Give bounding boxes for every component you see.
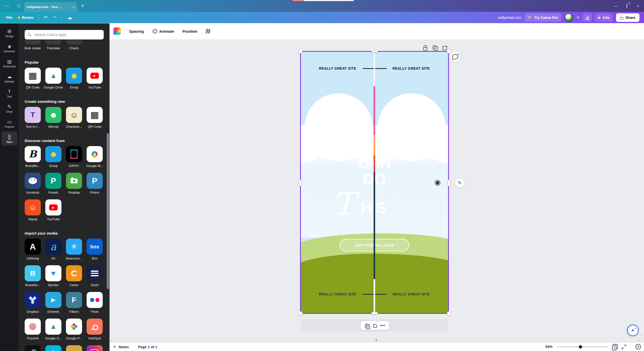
- app-tile-translate[interactable]: Translate: [45, 40, 61, 50]
- canva-assistant-button[interactable]: ✦✦✦: [627, 324, 639, 336]
- resize-handle-top[interactable]: [371, 50, 378, 53]
- scroll-left-icon[interactable]: ◂: [111, 339, 112, 342]
- rotate-button[interactable]: ↻: [455, 178, 464, 187]
- sidebar-item-uploads[interactable]: ☁Uploads: [2, 71, 17, 85]
- app-tile-emoji[interactable]: ☻Emoji: [66, 68, 82, 89]
- resize-handle-right[interactable]: [448, 180, 450, 186]
- sidebar-item-projects[interactable]: ▭Projects: [2, 116, 17, 130]
- app-tile-partial[interactable]: [45, 345, 61, 351]
- app-tile-iconduck[interactable]: Iconduck: [25, 173, 41, 194]
- scroll-down-icon[interactable]: ▾: [641, 334, 643, 337]
- duplicate-page-button[interactable]: +: [432, 45, 438, 51]
- app-tile-qr-code[interactable]: ▦QR Code: [25, 68, 41, 89]
- app-tile-stipop[interactable]: ☺Stipop: [25, 199, 41, 221]
- resize-handle-bottom-left[interactable]: [298, 311, 303, 316]
- add-page-button[interactable]: +: [442, 45, 448, 51]
- duplicate-button[interactable]: +: [365, 323, 369, 328]
- caption-text[interactable]: REALLY GREAT SITE: [307, 66, 368, 70]
- try-canva-pro-button[interactable]: ♛ Try Canva Pro: [525, 13, 561, 22]
- resize-handle-left[interactable]: [299, 180, 302, 186]
- app-tile-google-drive[interactable]: ▲Google Drive: [45, 68, 61, 89]
- app-tile-bitmoji[interactable]: ☻Bitmoji: [45, 107, 61, 128]
- canvas-area[interactable]: REALLY GREAT SITE REALLY GREAT SITE YOU …: [110, 39, 640, 338]
- app-tile-partial[interactable]: &: [25, 345, 41, 351]
- app-tile-brandfet[interactable]: BBrandfet...: [25, 146, 41, 168]
- avatar[interactable]: [564, 13, 573, 22]
- app-tile-google-m[interactable]: Google M...: [87, 146, 103, 168]
- app-tile-youtube[interactable]: ▶YouTube: [87, 68, 103, 89]
- tab-close-icon[interactable]: ×: [73, 5, 75, 9]
- app-tile-partial[interactable]: [87, 345, 103, 351]
- file-menu-button[interactable]: File: [6, 16, 12, 20]
- app-tile-partial[interactable]: ◆: [66, 345, 82, 351]
- add-comment-button[interactable]: [450, 51, 460, 62]
- resize-button[interactable]: ♛Resize: [17, 16, 33, 20]
- app-tile-emoji[interactable]: ☻Emoji: [45, 146, 61, 168]
- app-tile-youtube[interactable]: ▶YouTube: [45, 199, 61, 221]
- app-tile-embeds[interactable]: ▶Embeds: [45, 292, 61, 314]
- search-box[interactable]: [25, 30, 104, 39]
- present-button[interactable]: ▶ 6.0s: [595, 13, 613, 22]
- new-tab-button[interactable]: +: [81, 3, 84, 9]
- minimize-button[interactable]: —: [614, 4, 618, 8]
- grid-view-button[interactable]: 1: [612, 344, 617, 349]
- insights-button[interactable]: [583, 13, 592, 22]
- caption-text[interactable]: REALLY GREAT SITE: [307, 292, 368, 296]
- app-tile-pixton[interactable]: PPixton: [87, 173, 103, 194]
- app-tile-pixabay[interactable]: Pixabay: [66, 173, 82, 194]
- search-input[interactable]: [34, 32, 101, 37]
- headline-script-letter[interactable]: T: [333, 188, 354, 220]
- spacing-button[interactable]: Spacing: [129, 29, 144, 33]
- resize-handle-bottom[interactable]: [371, 312, 378, 315]
- caption-text[interactable]: REALLY GREAT SITE: [381, 292, 441, 296]
- app-tile-google-p[interactable]: Google P...: [66, 319, 82, 340]
- app-tile-qr-code[interactable]: ▦QR Code: [87, 107, 103, 128]
- fullscreen-button[interactable]: ↗↙: [622, 344, 626, 349]
- app-tile-hubspot[interactable]: HubSpot: [87, 319, 103, 340]
- sidebar-item-elements[interactable]: ◈Elements: [2, 41, 17, 55]
- app-tile-beaconst[interactable]: ✳Beaconst...: [66, 239, 82, 260]
- app-tile-google-d[interactable]: ▲Google D...: [45, 319, 61, 340]
- center-stripe-element[interactable]: [374, 52, 375, 313]
- design-page[interactable]: REALLY GREAT SITE REALLY GREAT SITE YOU …: [301, 52, 448, 313]
- app-tile-flickr[interactable]: Flickr: [87, 292, 103, 314]
- share-button[interactable]: ↑ Share: [616, 13, 639, 22]
- app-tile-dropbox[interactable]: Dropbox: [25, 292, 41, 314]
- help-button[interactable]: ?: [635, 344, 641, 349]
- scroll-right-icon[interactable]: ▸: [638, 339, 639, 342]
- app-tile-pexels[interactable]: PPexels: [45, 173, 61, 194]
- app-tile-characte[interactable]: ☺Characte...: [66, 107, 82, 128]
- caption-text[interactable]: REALLY GREAT SITE: [381, 66, 441, 70]
- sidebar-item-text[interactable]: TText: [2, 86, 17, 100]
- app-tile-box[interactable]: boxBox: [87, 239, 103, 260]
- save-status-icon[interactable]: ☁✓: [67, 15, 73, 20]
- app-tile-canto[interactable]: CCanto: [66, 265, 82, 287]
- resize-handle-bottom-right[interactable]: [447, 311, 451, 316]
- position-button[interactable]: Position: [183, 29, 197, 33]
- sidebar-item-design[interactable]: ⊞Design: [2, 26, 17, 40]
- transparency-button[interactable]: [206, 29, 210, 33]
- maximize-button[interactable]: [627, 4, 627, 8]
- app-tile-brandfol[interactable]: BBrandfol...: [25, 265, 41, 287]
- resize-handle-top-left[interactable]: [298, 49, 303, 54]
- app-tile-text-to-i[interactable]: TText to I...: [25, 107, 41, 128]
- vertical-scrollbar[interactable]: ▾: [640, 39, 644, 338]
- app-tile-adalong[interactable]: AAdAlong: [25, 239, 41, 260]
- app-tile-giphy[interactable]: GIPHY: [66, 146, 82, 168]
- redo-button[interactable]: ↷: [53, 15, 57, 20]
- home-icon[interactable]: ⌂: [17, 2, 20, 9]
- notes-button[interactable]: Notes: [119, 345, 129, 349]
- ink-star-element[interactable]: [435, 180, 441, 186]
- zoom-slider[interactable]: [557, 346, 607, 347]
- delete-button[interactable]: [373, 324, 376, 328]
- app-tile-flourish[interactable]: Flourish: [25, 319, 41, 340]
- sidebar-item-draw[interactable]: ✎Draw: [2, 101, 17, 115]
- lock-button[interactable]: [422, 45, 428, 51]
- close-button[interactable]: ×: [636, 4, 640, 8]
- app-tile-bynder[interactable]: ♥Bynder: [45, 265, 61, 287]
- more-options-button[interactable]: •••: [380, 323, 385, 328]
- collapse-panel-up-icon[interactable]: ∧: [375, 338, 377, 342]
- design-title[interactable]: softportal.com: [498, 15, 521, 20]
- app-tile-dash[interactable]: Dash: [87, 265, 103, 287]
- undo-button[interactable]: ↶: [44, 15, 48, 20]
